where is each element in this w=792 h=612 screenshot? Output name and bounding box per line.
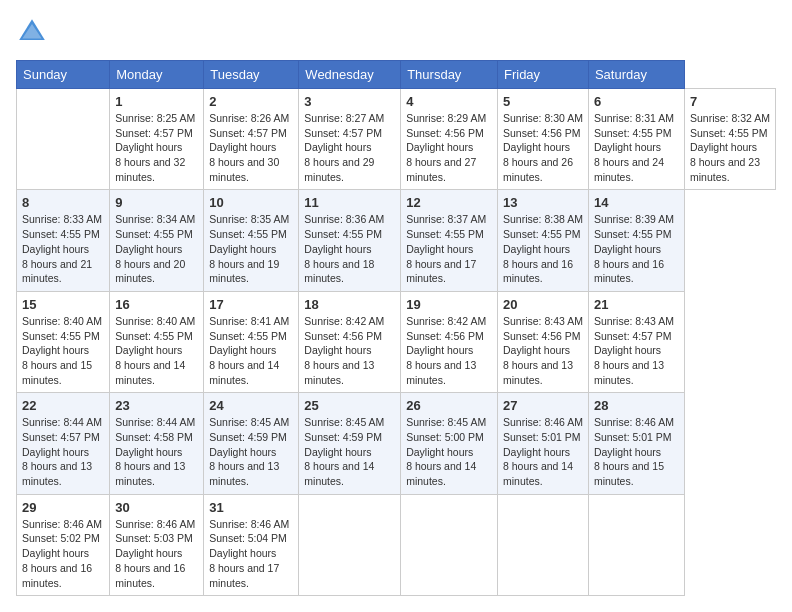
day-info: Sunrise: 8:25 AMSunset: 4:57 PMDaylight …: [115, 111, 198, 184]
day-info: Sunrise: 8:46 AMSunset: 5:03 PMDaylight …: [115, 517, 198, 590]
calendar-cell: 14Sunrise: 8:39 AMSunset: 4:55 PMDayligh…: [588, 190, 684, 291]
calendar-cell: 26Sunrise: 8:45 AMSunset: 5:00 PMDayligh…: [401, 393, 498, 494]
day-info: Sunrise: 8:31 AMSunset: 4:55 PMDaylight …: [594, 111, 679, 184]
calendar-cell: 7Sunrise: 8:32 AMSunset: 4:55 PMDaylight…: [684, 89, 775, 190]
calendar-cell: [588, 494, 684, 595]
day-info: Sunrise: 8:27 AMSunset: 4:57 PMDaylight …: [304, 111, 395, 184]
day-info: Sunrise: 8:46 AMSunset: 5:04 PMDaylight …: [209, 517, 293, 590]
week-row-3: 15Sunrise: 8:40 AMSunset: 4:55 PMDayligh…: [17, 291, 776, 392]
day-info: Sunrise: 8:43 AMSunset: 4:56 PMDaylight …: [503, 314, 583, 387]
day-info: Sunrise: 8:33 AMSunset: 4:55 PMDaylight …: [22, 212, 104, 285]
week-row-4: 22Sunrise: 8:44 AMSunset: 4:57 PMDayligh…: [17, 393, 776, 494]
calendar-cell: 25Sunrise: 8:45 AMSunset: 4:59 PMDayligh…: [299, 393, 401, 494]
calendar-cell: 11Sunrise: 8:36 AMSunset: 4:55 PMDayligh…: [299, 190, 401, 291]
calendar-cell: 24Sunrise: 8:45 AMSunset: 4:59 PMDayligh…: [204, 393, 299, 494]
day-number: 10: [209, 195, 293, 210]
empty-cell: [17, 89, 110, 190]
day-info: Sunrise: 8:45 AMSunset: 4:59 PMDaylight …: [304, 415, 395, 488]
week-row-5: 29Sunrise: 8:46 AMSunset: 5:02 PMDayligh…: [17, 494, 776, 595]
day-number: 8: [22, 195, 104, 210]
day-info: Sunrise: 8:41 AMSunset: 4:55 PMDaylight …: [209, 314, 293, 387]
day-header-tuesday: Tuesday: [204, 61, 299, 89]
day-number: 30: [115, 500, 198, 515]
calendar-cell: 27Sunrise: 8:46 AMSunset: 5:01 PMDayligh…: [497, 393, 588, 494]
day-header-friday: Friday: [497, 61, 588, 89]
day-info: Sunrise: 8:43 AMSunset: 4:57 PMDaylight …: [594, 314, 679, 387]
day-info: Sunrise: 8:36 AMSunset: 4:55 PMDaylight …: [304, 212, 395, 285]
day-number: 15: [22, 297, 104, 312]
day-number: 18: [304, 297, 395, 312]
day-number: 13: [503, 195, 583, 210]
day-number: 25: [304, 398, 395, 413]
calendar-cell: 6Sunrise: 8:31 AMSunset: 4:55 PMDaylight…: [588, 89, 684, 190]
calendar-cell: 30Sunrise: 8:46 AMSunset: 5:03 PMDayligh…: [110, 494, 204, 595]
day-number: 24: [209, 398, 293, 413]
day-header-monday: Monday: [110, 61, 204, 89]
calendar-cell: 15Sunrise: 8:40 AMSunset: 4:55 PMDayligh…: [17, 291, 110, 392]
day-number: 11: [304, 195, 395, 210]
day-info: Sunrise: 8:37 AMSunset: 4:55 PMDaylight …: [406, 212, 492, 285]
calendar-cell: 21Sunrise: 8:43 AMSunset: 4:57 PMDayligh…: [588, 291, 684, 392]
day-number: 31: [209, 500, 293, 515]
day-info: Sunrise: 8:29 AMSunset: 4:56 PMDaylight …: [406, 111, 492, 184]
day-number: 7: [690, 94, 770, 109]
day-number: 17: [209, 297, 293, 312]
day-number: 22: [22, 398, 104, 413]
day-number: 1: [115, 94, 198, 109]
day-number: 16: [115, 297, 198, 312]
day-number: 9: [115, 195, 198, 210]
logo-icon: [16, 16, 48, 48]
day-number: 6: [594, 94, 679, 109]
calendar-cell: 8Sunrise: 8:33 AMSunset: 4:55 PMDaylight…: [17, 190, 110, 291]
day-info: Sunrise: 8:45 AMSunset: 4:59 PMDaylight …: [209, 415, 293, 488]
day-header-saturday: Saturday: [588, 61, 684, 89]
calendar-cell: 4Sunrise: 8:29 AMSunset: 4:56 PMDaylight…: [401, 89, 498, 190]
calendar-cell: 22Sunrise: 8:44 AMSunset: 4:57 PMDayligh…: [17, 393, 110, 494]
day-number: 28: [594, 398, 679, 413]
calendar-cell: 31Sunrise: 8:46 AMSunset: 5:04 PMDayligh…: [204, 494, 299, 595]
day-number: 19: [406, 297, 492, 312]
day-info: Sunrise: 8:40 AMSunset: 4:55 PMDaylight …: [22, 314, 104, 387]
day-info: Sunrise: 8:46 AMSunset: 5:01 PMDaylight …: [503, 415, 583, 488]
day-info: Sunrise: 8:35 AMSunset: 4:55 PMDaylight …: [209, 212, 293, 285]
day-info: Sunrise: 8:46 AMSunset: 5:01 PMDaylight …: [594, 415, 679, 488]
calendar-cell: 1Sunrise: 8:25 AMSunset: 4:57 PMDaylight…: [110, 89, 204, 190]
week-row-1: 1Sunrise: 8:25 AMSunset: 4:57 PMDaylight…: [17, 89, 776, 190]
calendar-cell: 2Sunrise: 8:26 AMSunset: 4:57 PMDaylight…: [204, 89, 299, 190]
day-info: Sunrise: 8:46 AMSunset: 5:02 PMDaylight …: [22, 517, 104, 590]
day-number: 26: [406, 398, 492, 413]
day-info: Sunrise: 8:32 AMSunset: 4:55 PMDaylight …: [690, 111, 770, 184]
calendar-cell: [497, 494, 588, 595]
day-info: Sunrise: 8:34 AMSunset: 4:55 PMDaylight …: [115, 212, 198, 285]
week-row-2: 8Sunrise: 8:33 AMSunset: 4:55 PMDaylight…: [17, 190, 776, 291]
day-number: 2: [209, 94, 293, 109]
calendar-cell: 9Sunrise: 8:34 AMSunset: 4:55 PMDaylight…: [110, 190, 204, 291]
day-info: Sunrise: 8:42 AMSunset: 4:56 PMDaylight …: [304, 314, 395, 387]
day-info: Sunrise: 8:44 AMSunset: 4:57 PMDaylight …: [22, 415, 104, 488]
day-info: Sunrise: 8:38 AMSunset: 4:55 PMDaylight …: [503, 212, 583, 285]
calendar-cell: 16Sunrise: 8:40 AMSunset: 4:55 PMDayligh…: [110, 291, 204, 392]
calendar-cell: 20Sunrise: 8:43 AMSunset: 4:56 PMDayligh…: [497, 291, 588, 392]
logo: [16, 16, 52, 48]
calendar-cell: 3Sunrise: 8:27 AMSunset: 4:57 PMDaylight…: [299, 89, 401, 190]
calendar-cell: 28Sunrise: 8:46 AMSunset: 5:01 PMDayligh…: [588, 393, 684, 494]
calendar-cell: [299, 494, 401, 595]
day-header-sunday: Sunday: [17, 61, 110, 89]
day-info: Sunrise: 8:30 AMSunset: 4:56 PMDaylight …: [503, 111, 583, 184]
day-number: 23: [115, 398, 198, 413]
day-info: Sunrise: 8:42 AMSunset: 4:56 PMDaylight …: [406, 314, 492, 387]
calendar-header-row: SundayMondayTuesdayWednesdayThursdayFrid…: [17, 61, 776, 89]
calendar-cell: 23Sunrise: 8:44 AMSunset: 4:58 PMDayligh…: [110, 393, 204, 494]
day-number: 14: [594, 195, 679, 210]
day-number: 12: [406, 195, 492, 210]
calendar-cell: 13Sunrise: 8:38 AMSunset: 4:55 PMDayligh…: [497, 190, 588, 291]
day-info: Sunrise: 8:39 AMSunset: 4:55 PMDaylight …: [594, 212, 679, 285]
calendar-cell: 17Sunrise: 8:41 AMSunset: 4:55 PMDayligh…: [204, 291, 299, 392]
calendar-cell: 10Sunrise: 8:35 AMSunset: 4:55 PMDayligh…: [204, 190, 299, 291]
page-header: [16, 16, 776, 48]
day-info: Sunrise: 8:45 AMSunset: 5:00 PMDaylight …: [406, 415, 492, 488]
calendar-cell: 5Sunrise: 8:30 AMSunset: 4:56 PMDaylight…: [497, 89, 588, 190]
day-number: 3: [304, 94, 395, 109]
day-header-thursday: Thursday: [401, 61, 498, 89]
calendar-cell: 29Sunrise: 8:46 AMSunset: 5:02 PMDayligh…: [17, 494, 110, 595]
